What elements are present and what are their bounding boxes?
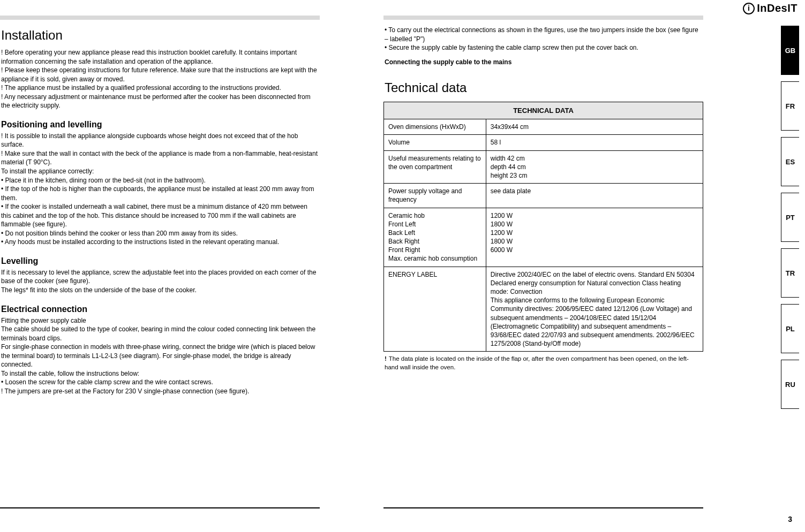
table-row: ENERGY LABEL Directive 2002/40/EC on the…	[384, 267, 703, 352]
section-title-installation: Installation	[1, 28, 320, 43]
subsection-electrical: Electrical connection	[1, 305, 320, 314]
brand-name: InDesIT	[757, 2, 798, 14]
tab-ru[interactable]: RU	[781, 360, 799, 409]
table-row: Power supply voltage and frequency see d…	[384, 184, 703, 208]
brand-icon: i	[743, 3, 755, 14]
tab-pl[interactable]: PL	[781, 304, 799, 353]
subsection-levelling: Levelling	[1, 256, 320, 266]
positioning-body: ! It is possible to install the applianc…	[1, 132, 319, 247]
row-value: see data plate	[486, 184, 703, 208]
row-label: Power supply voltage and frequency	[384, 184, 486, 208]
row-value: width 42 cm depth 44 cm height 23 cm	[486, 150, 703, 184]
row-value: 1200 W 1800 W 1200 W 1800 W 6000 W	[486, 208, 703, 267]
data-plate-note-text: The data plate is located on the inside …	[385, 355, 689, 370]
language-tabs: GB FR ES PT TR PL RU	[781, 26, 799, 415]
tab-es[interactable]: ES	[781, 137, 799, 186]
row-value: Directive 2002/40/EC on the label of ele…	[486, 267, 703, 352]
warning-icon: !	[385, 355, 387, 362]
tab-gb[interactable]: GB	[781, 26, 799, 75]
row-label: Useful measurements relating to the oven…	[384, 150, 486, 184]
data-plate-note: !The data plate is located on the inside…	[385, 355, 702, 371]
row-value: 58 l	[486, 135, 703, 150]
bottom-rule-right	[383, 507, 703, 508]
top-divider-right	[383, 16, 703, 20]
row-label: ENERGY LABEL	[384, 267, 486, 352]
table-header: TECHNICAL DATA	[384, 102, 703, 119]
page-number: 3	[788, 515, 792, 523]
table-row: Ceramic hob Front Left Back Left Back Ri…	[384, 208, 703, 267]
connecting-title: Connecting the supply cable to the mains	[385, 58, 702, 67]
section-title-technical-data: Technical data	[385, 80, 703, 95]
row-value: 34x39x44 cm	[486, 119, 703, 135]
subsection-positioning: Positioning and levelling	[1, 120, 320, 130]
table-row: Useful measurements relating to the oven…	[384, 150, 703, 184]
row-label: Oven dimensions (HxWxD)	[384, 119, 486, 135]
table-row: Volume 58 l	[384, 135, 703, 150]
tab-tr[interactable]: TR	[781, 248, 799, 298]
technical-data-table: TECHNICAL DATA Oven dimensions (HxWxD) 3…	[383, 102, 703, 352]
row-label: Volume	[384, 135, 486, 150]
row-label: Ceramic hob Front Left Back Left Back Ri…	[384, 208, 486, 267]
bottom-rule-left	[0, 507, 320, 508]
levelling-body: If it is necessary to level the applianc…	[1, 268, 319, 295]
top-divider-left	[0, 16, 320, 20]
electrical-body: Fitting the power supply cable The cable…	[1, 316, 319, 396]
brand-logo: i InDesIT	[743, 2, 798, 14]
carry-out-body: • To carry out the electrical connection…	[385, 26, 702, 52]
left-column: Installation ! Before operating your new…	[0, 26, 320, 396]
tab-pt[interactable]: PT	[781, 193, 799, 242]
installation-intro: ! Before operating your new appliance pl…	[1, 48, 319, 110]
tab-fr[interactable]: FR	[781, 81, 799, 131]
right-column: • To carry out the electrical connection…	[383, 26, 703, 377]
table-row: Oven dimensions (HxWxD) 34x39x44 cm	[384, 119, 703, 135]
